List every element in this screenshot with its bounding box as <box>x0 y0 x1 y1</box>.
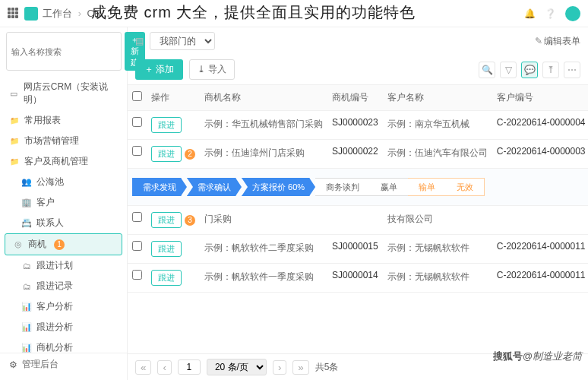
apps-icon[interactable] <box>8 8 20 20</box>
col-header: 客户编号 <box>492 85 588 111</box>
page-size-select[interactable]: 20 条/页 <box>207 359 267 375</box>
cell-name[interactable]: 示例：伍迪漳州门店采购 <box>200 140 327 169</box>
cell-code: SJ0000023 <box>327 111 383 140</box>
nav-icon: 📊 <box>21 302 32 312</box>
more-icon[interactable]: ⋯ <box>564 62 580 78</box>
nav-item[interactable]: ▭网店云CRM（安装说明） <box>0 77 127 110</box>
nav-label: 客户 <box>36 196 55 209</box>
sidebar-admin-label: 管理后台 <box>22 358 58 371</box>
next-page[interactable]: › <box>273 360 286 375</box>
gear-icon: ⚙ <box>9 359 17 370</box>
import-button[interactable]: ⤓ 导入 <box>189 59 234 80</box>
nav-item[interactable]: 🗂跟进计划 <box>0 255 127 276</box>
logo <box>24 7 38 21</box>
nav-item[interactable]: 📊跟进分析 <box>0 317 127 337</box>
search-icon[interactable]: 🔍 <box>479 62 495 78</box>
folder-icon: 📁 <box>9 116 20 126</box>
pipeline-stage[interactable]: 需求发现 <box>132 178 187 196</box>
pipeline: 需求发现需求确认方案报价 60%商务谈判赢单输单无效 <box>132 175 588 199</box>
nav-item[interactable]: 📊客户分析 <box>0 296 127 317</box>
follow-button[interactable]: 跟进 <box>151 146 182 162</box>
sidebar-toggle-icon[interactable]: ▤ <box>135 36 144 46</box>
last-page[interactable]: » <box>292 360 308 375</box>
dept-select[interactable]: 我部门的 <box>150 32 215 50</box>
cell-name[interactable]: 门采购 <box>200 206 327 235</box>
cell-code: SJ0000022 <box>327 140 383 169</box>
table-row: 跟进示例：华五机械销售部门采购SJ0000023示例：南京华五机械C-20220… <box>128 111 588 140</box>
nav-icon: 📊 <box>21 322 32 333</box>
folder-icon: 📁 <box>9 136 20 147</box>
follow-button[interactable]: 跟进 <box>151 241 182 257</box>
pager-total: 共5条 <box>315 361 339 374</box>
pipeline-stage[interactable]: 输单 <box>408 178 446 196</box>
nav-icon: 🗂 <box>21 261 32 271</box>
nav-item[interactable]: 🗂跟进记录 <box>0 276 127 296</box>
cell-name[interactable]: 示例：帆软软件一季度采购 <box>200 264 327 293</box>
prev-page[interactable]: ‹ <box>157 360 171 375</box>
cell-code: SJ0000015 <box>327 235 383 264</box>
nav-label: 客户及商机管理 <box>24 155 88 168</box>
help-icon[interactable]: ❔ <box>545 8 556 19</box>
col-header: 客户名称 <box>383 85 492 111</box>
select-all[interactable] <box>132 91 142 101</box>
row-select[interactable] <box>132 212 142 222</box>
upload-icon: ⤓ <box>198 64 207 74</box>
pipeline-row: 需求发现需求确认方案报价 60%商务谈判赢单输单无效 <box>128 169 588 206</box>
nav-label: 客户分析 <box>36 300 73 313</box>
export-icon[interactable]: ⤒ <box>542 62 559 78</box>
nav-item[interactable]: ◎商机1 <box>5 233 122 255</box>
sidebar-search-input[interactable] <box>6 32 122 71</box>
nav-icon: ◎ <box>13 239 24 250</box>
follow-button[interactable]: 跟进 <box>151 212 182 228</box>
row-select[interactable] <box>132 270 142 280</box>
nav-label: 联系人 <box>36 217 64 230</box>
cell-cust[interactable]: 示例：无锡帆软软件 <box>383 235 492 264</box>
nav-item[interactable]: 📊商机分析 <box>0 337 127 353</box>
nav-item[interactable]: 📇联系人 <box>0 213 127 233</box>
pipeline-stage[interactable]: 需求确认 <box>187 178 242 196</box>
chat-icon[interactable]: 💬 <box>521 62 538 78</box>
breadcrumb-root[interactable]: 工作台 <box>43 8 72 19</box>
watermark: 搜狐号@制造业老简 <box>493 350 582 363</box>
nav-icon: 🗂 <box>21 281 32 292</box>
first-page[interactable]: « <box>135 360 151 375</box>
cell-cust[interactable]: 示例：无锡帆软软件 <box>383 264 492 293</box>
nav-item[interactable]: 👥公海池 <box>0 172 127 192</box>
cell-cust[interactable]: 示例：伍迪汽车有限公司 <box>383 140 492 169</box>
cell-cust-code: C-20220614-0000003 <box>492 140 588 169</box>
row-select[interactable] <box>132 241 142 251</box>
nav-label: 网店云CRM（安装说明） <box>24 81 118 106</box>
filter-icon[interactable]: ▽ <box>500 62 517 78</box>
add-button[interactable]: ＋ 添加 <box>135 59 183 80</box>
cell-name[interactable]: 示例：帆软软件二季度采购 <box>200 235 327 264</box>
nav-label: 公海池 <box>36 176 64 188</box>
pipeline-stage[interactable]: 无效 <box>446 178 485 196</box>
table-row: 跟进3门采购技有限公司示例：沈怡赢单 <box>128 206 588 235</box>
pipeline-stage[interactable]: 方案报价 60% <box>242 178 315 196</box>
pipeline-stage[interactable]: 商务谈判 <box>315 178 370 196</box>
pipeline-stage[interactable]: 赢单 <box>370 178 408 196</box>
plus-icon: ＋ <box>144 64 156 74</box>
bell-icon[interactable]: 🔔 <box>524 8 536 19</box>
follow-button[interactable]: 跟进 <box>151 117 182 133</box>
edit-form-button[interactable]: ✎编辑表单 <box>535 35 580 48</box>
nav-icon: 👥 <box>21 177 32 188</box>
sidebar-admin[interactable]: ⚙ 管理后台 <box>0 353 127 375</box>
nav-item[interactable]: 📁客户及商机管理 <box>0 151 127 172</box>
cell-cust[interactable]: 示例：南京华五机械 <box>383 111 492 140</box>
table-row: 跟进2示例：伍迪漳州门店采购SJ0000022示例：伍迪汽车有限公司C-2022… <box>128 140 588 169</box>
nav-item[interactable]: 🏢客户 <box>0 192 127 213</box>
follow-button[interactable]: 跟进 <box>151 270 182 286</box>
page-input[interactable] <box>178 359 201 375</box>
row-select[interactable] <box>132 117 142 127</box>
cell-cust[interactable]: 技有限公司 <box>383 206 492 235</box>
nav-item[interactable]: 📁市场营销管理 <box>0 131 127 151</box>
row-select[interactable] <box>132 146 142 156</box>
nav-label: 商机 <box>28 238 46 251</box>
row-badge: 2 <box>185 149 195 160</box>
table-row: 跟进示例：帆软软件二季度采购SJ0000015示例：无锡帆软软件C-202206… <box>128 235 588 264</box>
cell-name[interactable]: 示例：华五机械销售部门采购 <box>200 111 327 140</box>
avatar[interactable] <box>565 6 580 21</box>
cell-cust-code: C-20220614-0000004 <box>492 111 588 140</box>
nav-item[interactable]: 📁常用报表 <box>0 110 127 131</box>
